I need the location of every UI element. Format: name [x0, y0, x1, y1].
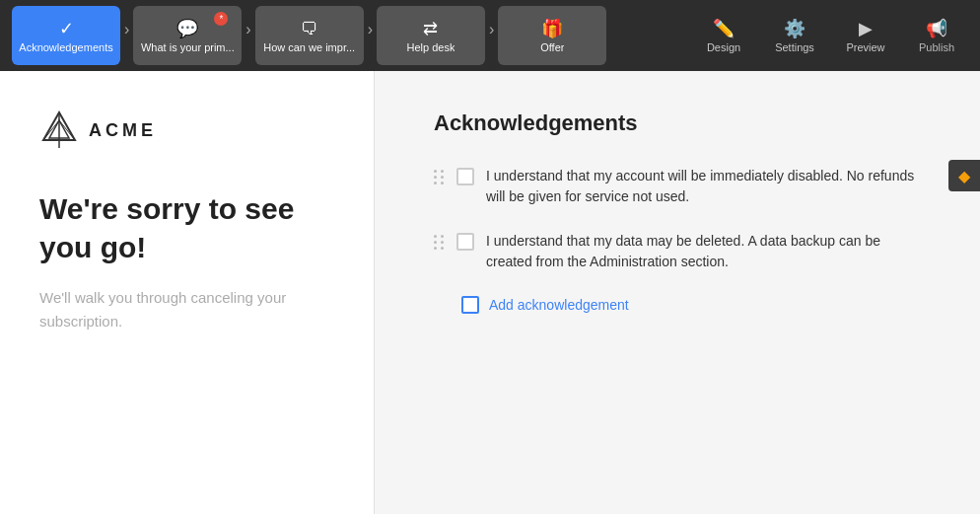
svg-line-5 — [59, 120, 75, 140]
dot — [441, 182, 444, 184]
add-acknowledgement-button[interactable]: Add acknowledgement — [461, 296, 921, 314]
step-offer[interactable]: 🎁 Offer — [498, 6, 606, 65]
gear-icon: ⚙️ — [784, 18, 805, 39]
dot — [434, 182, 437, 184]
acknowledgement-item-1: I understand that my account will be imm… — [434, 166, 921, 207]
section-title: Acknowledgements — [434, 110, 921, 136]
left-panel-subtitle: We'll walk you through canceling your su… — [39, 286, 334, 333]
pencil-icon: ✏️ — [713, 18, 735, 39]
dot — [434, 247, 437, 250]
arrow-2: › — [245, 21, 250, 38]
side-panel-indicator[interactable]: ◆ — [948, 160, 980, 191]
ack-text-2: I understand that my data may be deleted… — [486, 231, 921, 272]
preview-action[interactable]: ▶ Preview — [834, 6, 897, 65]
megaphone-icon: 📢 — [926, 18, 947, 39]
svg-line-4 — [43, 120, 59, 140]
arrow-3: › — [368, 21, 373, 38]
brand-icon — [39, 110, 79, 150]
step-group: ✓ Acknowledgements › 💬 What is your prim… — [12, 6, 606, 65]
left-panel: ACME We're sorry to see you go! We'll wa… — [0, 71, 375, 514]
settings-label: Settings — [775, 41, 814, 53]
transfer-icon: ⇄ — [423, 18, 438, 39]
preview-label: Preview — [846, 41, 884, 53]
dot — [441, 247, 444, 250]
drag-dots-1 — [434, 170, 445, 184]
step-badge-1: * — [214, 12, 228, 26]
main-content: ACME We're sorry to see you go! We'll wa… — [0, 71, 980, 514]
step-label-help-desk: Help desk — [407, 41, 455, 53]
dot — [434, 235, 437, 238]
drag-dots-2 — [434, 235, 445, 250]
left-panel-title: We're sorry to see you go! — [39, 189, 334, 266]
add-checkbox-icon — [461, 296, 479, 314]
ack-checkbox-1[interactable] — [456, 168, 474, 185]
diamond-icon: ◆ — [958, 167, 970, 185]
top-bar: ✓ Acknowledgements › 💬 What is your prim… — [0, 0, 980, 71]
speech-icon: 🗨 — [301, 19, 318, 39]
play-icon: ▶ — [859, 18, 873, 39]
drag-handle-2[interactable] — [434, 231, 445, 250]
step-how-can-we-impr[interactable]: 🗨 How can we impr... — [255, 6, 364, 65]
dot — [434, 241, 437, 244]
check-icon: ✓ — [59, 18, 74, 39]
step-help-desk[interactable]: ⇄ Help desk — [377, 6, 485, 65]
comment-icon: 💬 — [176, 18, 198, 39]
publish-action[interactable]: 📢 Publish — [905, 6, 968, 65]
brand-name: ACME — [89, 120, 157, 141]
top-bar-actions: ✏️ Design ⚙️ Settings ▶ Preview 📢 Publis… — [692, 6, 968, 65]
step-label-offer: Offer — [540, 41, 564, 53]
step-acknowledgements[interactable]: ✓ Acknowledgements — [12, 6, 120, 65]
arrow-4: › — [489, 21, 494, 38]
step-label-how-can-we-impr: How can we impr... — [263, 41, 355, 53]
arrow-1: › — [124, 21, 129, 38]
ack-text-1: I understand that my account will be imm… — [486, 166, 921, 207]
dot — [441, 170, 444, 173]
step-label-what-is-prim: What is your prim... — [141, 41, 235, 53]
step-label-acknowledgements: Acknowledgements — [19, 41, 112, 53]
dot — [441, 241, 444, 244]
ack-checkbox-2[interactable] — [456, 233, 474, 251]
right-panel: Acknowledgements I understand that my ac… — [375, 71, 980, 514]
gift-icon: 🎁 — [541, 18, 563, 39]
design-label: Design — [707, 41, 740, 53]
acknowledgement-item-2: I understand that my data may be deleted… — [434, 231, 921, 272]
add-acknowledgement-label: Add acknowledgement — [489, 297, 629, 313]
dot — [441, 176, 444, 179]
brand-logo: ACME — [39, 110, 334, 150]
design-action[interactable]: ✏️ Design — [692, 6, 755, 65]
drag-handle-1[interactable] — [434, 166, 445, 184]
dot — [434, 176, 437, 179]
dot — [434, 170, 437, 173]
publish-label: Publish — [919, 41, 954, 53]
step-what-is-prim[interactable]: 💬 What is your prim... * — [133, 6, 242, 65]
dot — [441, 235, 444, 238]
settings-action[interactable]: ⚙️ Settings — [763, 6, 826, 65]
